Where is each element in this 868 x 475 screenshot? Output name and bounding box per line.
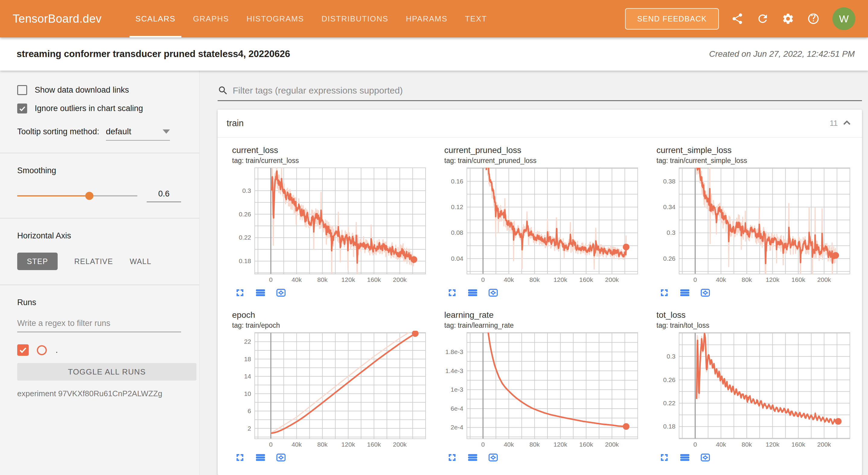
svg-text:200k: 200k [605,276,619,283]
svg-text:1.8e-3: 1.8e-3 [445,348,463,355]
tab-histograms[interactable]: HISTOGRAMS [241,0,310,37]
expand-chart-icon[interactable] [446,287,458,299]
fit-domain-icon[interactable] [487,287,499,299]
svg-text:80k: 80k [742,276,752,283]
smoothing-value-input[interactable]: 0.6 [147,189,181,202]
train-section-header[interactable]: train 11 [218,109,862,137]
axis-relative-button[interactable]: RELATIVE [74,257,113,266]
svg-text:160k: 160k [367,276,381,283]
expand-chart-icon[interactable] [658,451,670,464]
help-icon[interactable] [806,12,820,26]
fit-domain-icon[interactable] [699,287,711,299]
smoothing-label: Smoothing [17,166,181,175]
settings-sidebar: Show data download links Ignore outliers… [0,71,199,475]
svg-text:10: 10 [244,390,251,397]
svg-text:40k: 40k [716,276,726,283]
line-chart[interactable]: 040k80k120k160k200k2610141822 [232,331,428,449]
toggle-y-axis-icon[interactable] [467,451,479,464]
svg-text:0.3: 0.3 [242,187,251,194]
settings-gear-icon[interactable] [781,12,795,26]
chart-title: epoch [232,310,433,320]
svg-text:120k: 120k [766,276,780,283]
runs-filter-field[interactable] [17,319,181,332]
fit-domain-icon[interactable] [487,451,499,464]
line-chart[interactable]: 040k80k120k160k200k0.180.220.260.3 [656,331,852,449]
filter-tags-input[interactable] [233,86,862,96]
tab-hparams[interactable]: HPARAMS [400,0,454,37]
toggle-y-axis-icon[interactable] [679,287,691,299]
run-checkbox-icon[interactable] [17,344,29,356]
line-chart[interactable]: 040k80k120k160k200k2e-46e-41e-31.4e-31.8… [444,331,641,449]
ignore-outliers-checkbox[interactable]: Ignore outliers in chart scaling [17,103,181,114]
tab-distributions[interactable]: DISTRIBUTIONS [315,0,395,37]
tab-graphs[interactable]: GRAPHS [187,0,235,37]
svg-text:0.04: 0.04 [451,255,463,262]
svg-text:120k: 120k [766,441,780,448]
chevron-down-icon [163,129,170,134]
svg-text:160k: 160k [367,441,381,448]
run-list-item[interactable]: . [17,344,181,356]
svg-text:80k: 80k [529,441,539,448]
checkbox-label: Ignore outliers in chart scaling [35,104,143,113]
tab-text[interactable]: TEXT [459,0,493,37]
page-title: streaming conformer transducer pruned st… [17,49,290,59]
smoothing-slider[interactable] [17,195,137,196]
svg-text:0.18: 0.18 [239,257,251,264]
expand-chart-icon[interactable] [234,287,246,299]
share-icon[interactable] [731,12,744,26]
horizontal-axis-label: Horizontal Axis [17,231,181,241]
toggle-y-axis-icon[interactable] [679,451,691,464]
svg-text:160k: 160k [791,276,805,283]
checkbox-checked-icon[interactable] [17,103,27,114]
chart-card: learning_ratetag: train/learning_rate040… [436,310,645,464]
expand-chart-icon[interactable] [234,451,246,464]
svg-text:1.4e-3: 1.4e-3 [445,367,463,374]
toggle-all-runs-button[interactable]: TOGGLE ALL RUNS [17,363,196,381]
line-chart[interactable]: 040k80k120k160k200k0.260.30.340.38 [656,166,852,284]
svg-text:0: 0 [693,441,697,448]
axis-wall-button[interactable]: WALL [130,257,152,266]
line-chart[interactable]: 040k80k120k160k200k0.040.080.120.16 [444,166,641,284]
toggle-y-axis-icon[interactable] [254,287,267,299]
expand-chart-icon[interactable] [658,287,670,299]
chart-card: tot_losstag: train/tot_loss040k80k120k16… [648,310,857,464]
chart-toolbar [656,287,857,299]
tab-scalars[interactable]: SCALARS [129,0,182,37]
tooltip-sorting-select[interactable]: default [106,127,170,140]
svg-text:22: 22 [244,338,251,345]
line-chart[interactable]: 040k80k120k160k200k0.180.220.260.3 [232,166,428,284]
filter-tags-field[interactable] [218,85,862,96]
svg-text:0.3: 0.3 [667,353,676,360]
svg-text:40k: 40k [291,441,302,448]
svg-text:40k: 40k [291,276,302,283]
runs-label: Runs [17,298,181,307]
chevron-up-icon[interactable] [841,117,853,130]
fit-domain-icon[interactable] [275,451,287,464]
svg-text:200k: 200k [605,441,619,448]
avatar[interactable]: W [832,7,855,30]
chart-title: learning_rate [444,310,645,320]
toggle-y-axis-icon[interactable] [254,451,267,464]
fit-domain-icon[interactable] [275,287,287,299]
svg-text:2e-4: 2e-4 [451,424,463,431]
created-timestamp: Created on Jun 27, 2022, 12:42:51 PM [709,49,855,59]
svg-text:18: 18 [244,355,251,362]
fit-domain-icon[interactable] [699,451,711,464]
experiment-header: streaming conformer transducer pruned st… [0,37,868,71]
chart-tag: tag: train/tot_loss [656,321,857,329]
run-name: . [56,345,58,355]
send-feedback-button[interactable]: SEND FEEDBACK [625,8,719,30]
axis-step-button[interactable]: STEP [17,253,58,270]
chart-toolbar [232,287,433,299]
svg-text:6: 6 [247,407,251,414]
svg-text:0: 0 [482,441,485,448]
runs-filter-input[interactable] [17,319,181,328]
refresh-icon[interactable] [756,12,770,26]
show-download-links-checkbox[interactable]: Show data download links [17,85,181,95]
toggle-y-axis-icon[interactable] [467,287,479,299]
checkbox-unchecked-icon[interactable] [17,85,27,95]
slider-thumb[interactable] [85,192,93,200]
chart-toolbar [444,287,645,299]
svg-text:0.22: 0.22 [663,400,676,407]
expand-chart-icon[interactable] [446,451,458,464]
